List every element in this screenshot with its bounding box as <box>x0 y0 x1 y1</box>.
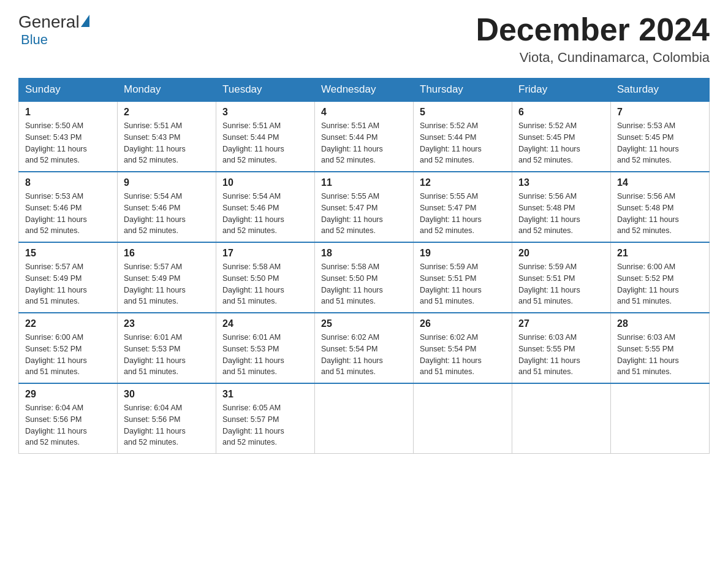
day-info: Sunrise: 5:50 AM Sunset: 5:43 PM Dayligh… <box>25 120 111 166</box>
day-number: 16 <box>124 248 210 259</box>
day-info: Sunrise: 5:51 AM Sunset: 5:43 PM Dayligh… <box>124 120 210 166</box>
calendar-cell: 20 Sunrise: 5:59 AM Sunset: 5:51 PM Dayl… <box>512 242 611 313</box>
day-info: Sunrise: 5:59 AM Sunset: 5:51 PM Dayligh… <box>518 261 604 307</box>
column-header-tuesday: Tuesday <box>216 79 315 102</box>
day-number: 9 <box>124 177 210 188</box>
day-number: 1 <box>25 107 111 118</box>
day-info: Sunrise: 5:55 AM Sunset: 5:47 PM Dayligh… <box>321 191 407 237</box>
day-number: 12 <box>420 177 506 188</box>
calendar-week-row: 1 Sunrise: 5:50 AM Sunset: 5:43 PM Dayli… <box>19 101 710 172</box>
day-number: 8 <box>25 177 111 188</box>
calendar-cell: 30 Sunrise: 6:04 AM Sunset: 5:56 PM Dayl… <box>118 383 216 454</box>
calendar-cell: 31 Sunrise: 6:05 AM Sunset: 5:57 PM Dayl… <box>216 383 315 454</box>
calendar-cell: 8 Sunrise: 5:53 AM Sunset: 5:46 PM Dayli… <box>19 172 118 242</box>
calendar-cell: 28 Sunrise: 6:03 AM Sunset: 5:55 PM Dayl… <box>611 313 710 383</box>
calendar-cell: 18 Sunrise: 5:58 AM Sunset: 5:50 PM Dayl… <box>315 242 414 313</box>
calendar-cell: 7 Sunrise: 5:53 AM Sunset: 5:45 PM Dayli… <box>611 101 710 172</box>
calendar-cell: 12 Sunrise: 5:55 AM Sunset: 5:47 PM Dayl… <box>414 172 512 242</box>
column-header-wednesday: Wednesday <box>315 79 414 102</box>
calendar-cell: 27 Sunrise: 6:03 AM Sunset: 5:55 PM Dayl… <box>512 313 611 383</box>
day-number: 2 <box>124 107 210 118</box>
day-info: Sunrise: 6:02 AM Sunset: 5:54 PM Dayligh… <box>420 332 506 378</box>
day-number: 21 <box>617 248 703 259</box>
calendar-cell: 11 Sunrise: 5:55 AM Sunset: 5:47 PM Dayl… <box>315 172 414 242</box>
day-info: Sunrise: 5:58 AM Sunset: 5:50 PM Dayligh… <box>321 261 407 307</box>
day-info: Sunrise: 6:05 AM Sunset: 5:57 PM Dayligh… <box>222 402 308 448</box>
day-number: 18 <box>321 248 407 259</box>
calendar-cell: 19 Sunrise: 5:59 AM Sunset: 5:51 PM Dayl… <box>414 242 512 313</box>
day-number: 22 <box>25 318 111 329</box>
day-info: Sunrise: 5:51 AM Sunset: 5:44 PM Dayligh… <box>222 120 308 166</box>
calendar-cell: 9 Sunrise: 5:54 AM Sunset: 5:46 PM Dayli… <box>118 172 216 242</box>
calendar-cell: 13 Sunrise: 5:56 AM Sunset: 5:48 PM Dayl… <box>512 172 611 242</box>
column-header-saturday: Saturday <box>611 79 710 102</box>
day-number: 25 <box>321 318 407 329</box>
calendar-week-row: 22 Sunrise: 6:00 AM Sunset: 5:52 PM Dayl… <box>19 313 710 383</box>
calendar-week-row: 8 Sunrise: 5:53 AM Sunset: 5:46 PM Dayli… <box>19 172 710 242</box>
calendar-cell: 2 Sunrise: 5:51 AM Sunset: 5:43 PM Dayli… <box>118 101 216 172</box>
calendar-cell: 22 Sunrise: 6:00 AM Sunset: 5:52 PM Dayl… <box>19 313 118 383</box>
column-header-friday: Friday <box>512 79 611 102</box>
day-info: Sunrise: 5:55 AM Sunset: 5:47 PM Dayligh… <box>420 191 506 237</box>
day-info: Sunrise: 6:03 AM Sunset: 5:55 PM Dayligh… <box>617 332 703 378</box>
day-info: Sunrise: 5:58 AM Sunset: 5:50 PM Dayligh… <box>222 261 308 307</box>
day-number: 20 <box>518 248 604 259</box>
calendar-cell: 26 Sunrise: 6:02 AM Sunset: 5:54 PM Dayl… <box>414 313 512 383</box>
day-info: Sunrise: 6:01 AM Sunset: 5:53 PM Dayligh… <box>222 332 308 378</box>
day-info: Sunrise: 6:00 AM Sunset: 5:52 PM Dayligh… <box>25 332 111 378</box>
calendar-cell: 15 Sunrise: 5:57 AM Sunset: 5:49 PM Dayl… <box>19 242 118 313</box>
day-number: 15 <box>25 248 111 259</box>
calendar-cell <box>315 383 414 454</box>
calendar-cell: 6 Sunrise: 5:52 AM Sunset: 5:45 PM Dayli… <box>512 101 611 172</box>
day-number: 3 <box>222 107 308 118</box>
column-header-monday: Monday <box>118 79 216 102</box>
day-info: Sunrise: 5:57 AM Sunset: 5:49 PM Dayligh… <box>25 261 111 307</box>
day-info: Sunrise: 6:04 AM Sunset: 5:56 PM Dayligh… <box>25 402 111 448</box>
calendar-cell: 10 Sunrise: 5:54 AM Sunset: 5:46 PM Dayl… <box>216 172 315 242</box>
day-number: 23 <box>124 318 210 329</box>
calendar-cell: 24 Sunrise: 6:01 AM Sunset: 5:53 PM Dayl… <box>216 313 315 383</box>
column-header-thursday: Thursday <box>414 79 512 102</box>
calendar-cell <box>414 383 512 454</box>
day-number: 19 <box>420 248 506 259</box>
day-number: 27 <box>518 318 604 329</box>
day-info: Sunrise: 6:04 AM Sunset: 5:56 PM Dayligh… <box>124 402 210 448</box>
calendar-cell: 16 Sunrise: 5:57 AM Sunset: 5:49 PM Dayl… <box>118 242 216 313</box>
logo-triangle-icon <box>81 15 89 27</box>
logo-text: General <box>18 12 91 32</box>
calendar-cell: 3 Sunrise: 5:51 AM Sunset: 5:44 PM Dayli… <box>216 101 315 172</box>
day-number: 6 <box>518 107 604 118</box>
calendar-cell: 1 Sunrise: 5:50 AM Sunset: 5:43 PM Dayli… <box>19 101 118 172</box>
day-info: Sunrise: 6:03 AM Sunset: 5:55 PM Dayligh… <box>518 332 604 378</box>
day-info: Sunrise: 5:54 AM Sunset: 5:46 PM Dayligh… <box>124 191 210 237</box>
day-number: 7 <box>617 107 703 118</box>
calendar-cell: 29 Sunrise: 6:04 AM Sunset: 5:56 PM Dayl… <box>19 383 118 454</box>
title-section: December 2024 Viota, Cundinamarca, Colom… <box>476 12 710 66</box>
day-number: 26 <box>420 318 506 329</box>
day-info: Sunrise: 5:52 AM Sunset: 5:45 PM Dayligh… <box>518 120 604 166</box>
day-info: Sunrise: 5:56 AM Sunset: 5:48 PM Dayligh… <box>518 191 604 237</box>
logo: General Blue <box>18 12 91 48</box>
calendar-cell <box>611 383 710 454</box>
calendar-cell: 25 Sunrise: 6:02 AM Sunset: 5:54 PM Dayl… <box>315 313 414 383</box>
day-info: Sunrise: 5:59 AM Sunset: 5:51 PM Dayligh… <box>420 261 506 307</box>
day-number: 10 <box>222 177 308 188</box>
day-info: Sunrise: 6:02 AM Sunset: 5:54 PM Dayligh… <box>321 332 407 378</box>
day-number: 30 <box>124 389 210 400</box>
day-number: 4 <box>321 107 407 118</box>
day-number: 28 <box>617 318 703 329</box>
day-info: Sunrise: 5:53 AM Sunset: 5:45 PM Dayligh… <box>617 120 703 166</box>
day-info: Sunrise: 5:54 AM Sunset: 5:46 PM Dayligh… <box>222 191 308 237</box>
calendar-week-row: 29 Sunrise: 6:04 AM Sunset: 5:56 PM Dayl… <box>19 383 710 454</box>
month-title: December 2024 <box>476 12 710 47</box>
day-number: 11 <box>321 177 407 188</box>
day-number: 31 <box>222 389 308 400</box>
day-number: 5 <box>420 107 506 118</box>
calendar-cell: 21 Sunrise: 6:00 AM Sunset: 5:52 PM Dayl… <box>611 242 710 313</box>
day-number: 17 <box>222 248 308 259</box>
column-header-sunday: Sunday <box>19 79 118 102</box>
day-info: Sunrise: 5:53 AM Sunset: 5:46 PM Dayligh… <box>25 191 111 237</box>
location: Viota, Cundinamarca, Colombia <box>476 50 710 66</box>
calendar-cell: 23 Sunrise: 6:01 AM Sunset: 5:53 PM Dayl… <box>118 313 216 383</box>
day-info: Sunrise: 5:57 AM Sunset: 5:49 PM Dayligh… <box>124 261 210 307</box>
